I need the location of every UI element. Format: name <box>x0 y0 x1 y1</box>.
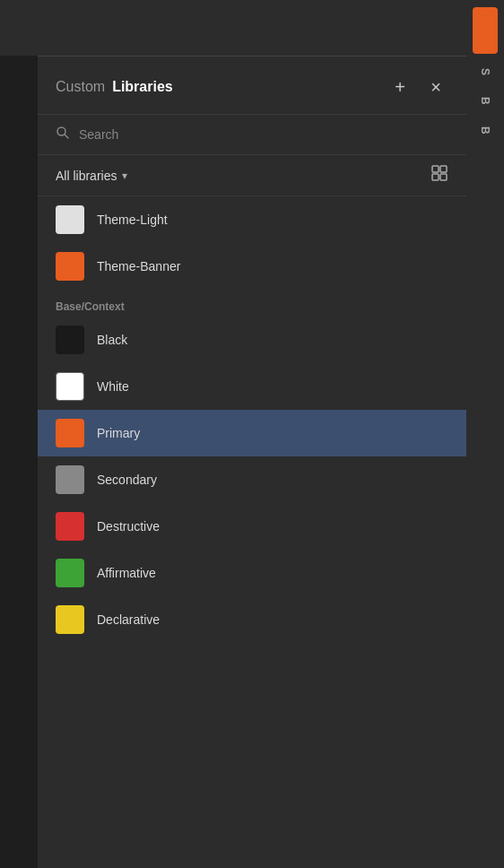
header-actions: + × <box>387 74 448 100</box>
right-panel-label-b2: B <box>475 119 495 142</box>
all-libraries-dropdown[interactable]: All libraries ▾ <box>56 169 127 183</box>
list-item[interactable]: Black <box>38 317 466 363</box>
list-item[interactable]: Affirmative <box>38 550 466 596</box>
item-label: Affirmative <box>97 566 156 580</box>
library-list: Theme-LightTheme-BannerBase/ContextBlack… <box>38 196 466 868</box>
list-item[interactable]: White <box>38 363 466 410</box>
color-swatch <box>56 419 84 447</box>
item-label: White <box>97 379 129 394</box>
list-item[interactable]: Secondary <box>38 456 466 503</box>
add-button[interactable]: + <box>387 74 413 100</box>
color-swatch <box>56 372 84 401</box>
item-label: Secondary <box>97 473 157 487</box>
color-swatch <box>56 512 84 541</box>
item-label: Primary <box>97 426 140 440</box>
search-icon <box>56 126 70 143</box>
libraries-tab[interactable]: Libraries <box>112 79 380 95</box>
right-panel-badge <box>473 7 498 54</box>
list-item[interactable]: Theme-Banner <box>38 243 466 290</box>
right-panel: S B B <box>466 0 504 868</box>
list-item[interactable]: Declarative <box>38 596 466 643</box>
chevron-down-icon: ▾ <box>122 169 127 182</box>
color-swatch <box>56 605 84 634</box>
color-swatch <box>56 252 84 281</box>
grid-view-icon[interactable] <box>430 164 448 187</box>
color-swatch <box>56 205 84 234</box>
close-button[interactable]: × <box>423 74 448 100</box>
item-label: Theme-Light <box>97 213 168 227</box>
search-input[interactable] <box>79 127 448 142</box>
libraries-panel: Custom Libraries + × All libraries ▾ <box>38 56 466 868</box>
filter-label: All libraries <box>56 169 117 183</box>
search-bar <box>38 115 466 155</box>
custom-tab[interactable]: Custom <box>56 79 105 95</box>
list-item[interactable]: Primary <box>38 410 466 456</box>
top-bar <box>0 0 466 56</box>
item-label: Destructive <box>97 519 160 534</box>
svg-rect-5 <box>440 174 447 180</box>
svg-rect-2 <box>432 166 439 172</box>
color-swatch <box>56 465 84 494</box>
section-header: Base/Context <box>38 290 466 317</box>
color-swatch <box>56 326 84 354</box>
svg-rect-3 <box>440 166 447 172</box>
item-label: Theme-Banner <box>97 259 180 273</box>
right-panel-label-s: S <box>475 61 495 82</box>
color-swatch <box>56 559 84 587</box>
svg-line-1 <box>65 135 68 138</box>
item-label: Black <box>97 333 127 347</box>
item-label: Declarative <box>97 612 160 627</box>
right-panel-label-b1: B <box>475 90 495 112</box>
svg-rect-4 <box>432 174 439 180</box>
panel-header: Custom Libraries + × <box>38 56 466 115</box>
filter-bar: All libraries ▾ <box>38 155 466 196</box>
list-item[interactable]: Theme-Light <box>38 196 466 243</box>
list-item[interactable]: Destructive <box>38 503 466 550</box>
